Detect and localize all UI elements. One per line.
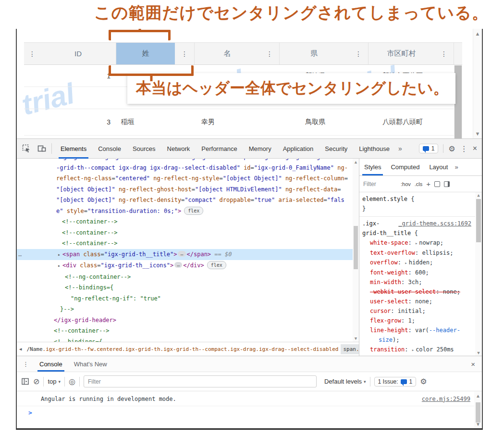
elements-code-line[interactable]: }-->: [17, 304, 359, 315]
console-filter-input[interactable]: [88, 378, 312, 385]
grid-scrollbar-thumb[interactable]: [455, 65, 462, 138]
live-expression-eye-icon[interactable]: ◎: [69, 377, 75, 386]
elements-code-line[interactable]: "igx-grid-th igx-grid-th--fw centered ig…: [17, 159, 359, 162]
breadcrumb-back-icon[interactable]: ◀: [17, 347, 24, 351]
elements-scrollbar-thumb[interactable]: [354, 226, 358, 269]
clear-console-icon[interactable]: ⊘: [33, 377, 39, 386]
elements-code-line[interactable]: <!--bindings={: [17, 282, 359, 293]
column-menu-icon[interactable]: ⋮: [24, 50, 40, 58]
style-rule[interactable]: .igx-_grid-theme.scss:1692grid-th__title…: [359, 217, 482, 356]
style-declaration[interactable]: -webkit-user-select: none;: [362, 287, 482, 297]
console-settings-icon[interactable]: ⚙: [420, 377, 427, 386]
inline-expand-button[interactable]: …: [174, 262, 182, 268]
style-declaration[interactable]: font-weight: 600;: [362, 268, 482, 277]
flex-badge[interactable]: flex: [207, 261, 226, 269]
elements-code-line[interactable]: </igx-grid-header>: [17, 315, 359, 326]
breadcrumb-item[interactable]: /Name.igx-grid-th--fw.centered.igx-grid-…: [24, 344, 341, 354]
column-menu-icon[interactable]: ⋮: [349, 50, 368, 58]
style-declaration[interactable]: cursor: initial;: [362, 306, 482, 316]
devtools-tab-network[interactable]: Network: [161, 139, 196, 159]
tab-whats-new[interactable]: What's New: [68, 356, 113, 372]
scroll-up-icon[interactable]: ▲: [473, 31, 482, 37]
styles-tab-computed[interactable]: Computed: [386, 159, 424, 175]
style-declaration[interactable]: white-space: ▸nowrap;: [362, 238, 482, 248]
console-filter[interactable]: [84, 375, 317, 387]
column-header-city[interactable]: 市区町村 ⋮: [369, 43, 454, 64]
style-declaration[interactable]: .igx-_grid-theme.scss:1692: [362, 219, 482, 228]
flex-badge[interactable]: flex: [184, 207, 203, 215]
styles-scrollbar[interactable]: ▲ ▼: [475, 192, 482, 356]
console-scrollbar[interactable]: ▲ ▼: [474, 392, 482, 428]
devtools-menu-icon[interactable]: ⋮: [460, 144, 468, 153]
elements-scrollbar[interactable]: ▲ ▼: [353, 159, 359, 342]
elements-code-line[interactable]: <!--bindings={: [17, 336, 359, 342]
expand-arrow-icon[interactable]: ▸: [58, 263, 61, 268]
scroll-down-icon[interactable]: ▼: [474, 422, 482, 427]
console-issues-badge[interactable]: 1 Issue: 1: [374, 377, 417, 386]
console-prompt[interactable]: >: [17, 406, 482, 419]
more-tabs-icon[interactable]: »: [395, 145, 405, 152]
style-declaration[interactable]: min-width: 3ch;: [362, 277, 482, 287]
elements-selected-node[interactable]: …▸<span class="igx-grid-th__title">…</sp…: [17, 249, 359, 261]
expand-arrow-icon[interactable]: ▸: [58, 252, 61, 257]
settings-icon[interactable]: ⚙: [448, 144, 455, 153]
scroll-up-icon[interactable]: ▲: [474, 393, 482, 399]
column-menu-icon[interactable]: ⋮: [434, 50, 454, 58]
column-header-pref[interactable]: 県 ⋮: [280, 43, 369, 64]
elements-code-line[interactable]: reflect-ng-class="centered" ng-reflect-n…: [17, 173, 359, 184]
style-declaration[interactable]: user-select: none;: [362, 297, 482, 306]
style-rule[interactable]: element.style {}: [359, 192, 482, 217]
more-actions-gutter[interactable]: …: [18, 249, 22, 260]
drawer-menu-icon[interactable]: ⋮: [17, 356, 34, 372]
styles-scrollbar-thumb[interactable]: [476, 199, 481, 242]
pseudo-state-toggle[interactable]: :hov: [401, 181, 411, 187]
column-menu-icon[interactable]: ⋮: [260, 50, 279, 58]
elements-code-line[interactable]: ▸<div class="igx-grid-th__icons">…</div>…: [17, 260, 359, 272]
class-toggle[interactable]: .cls: [415, 181, 423, 187]
styles-rules[interactable]: element.style {}.igx-_grid-theme.scss:16…: [359, 192, 482, 356]
column-header-mei[interactable]: 名 ⋮: [195, 43, 280, 64]
scroll-down-icon[interactable]: ▼: [353, 336, 359, 341]
new-style-rule-icon[interactable]: +: [426, 180, 430, 188]
elements-code-line[interactable]: "[object Object]" ng-reflect-density="co…: [17, 195, 359, 206]
console-scrollbar-thumb[interactable]: [476, 402, 480, 423]
style-declaration[interactable]: }: [362, 204, 482, 213]
styles-filter-input[interactable]: [363, 181, 397, 187]
console-log-area[interactable]: Angular is running in development mode. …: [17, 392, 482, 428]
elements-code-line[interactable]: "[object Object]" ng-reflect-ghost-host=…: [17, 184, 359, 195]
sidebar-layout-icon[interactable]: [444, 181, 450, 187]
table-row[interactable]: 3 稲垣 幸男 鳥取県 八頭郡八頭町: [24, 109, 454, 136]
breadcrumb-item-selected[interactable]: span.igx-grid-th__title: [341, 344, 359, 354]
style-declaration[interactable]: grid-th__title {: [362, 228, 482, 238]
page-scrollbar[interactable]: ▲ ▼: [473, 29, 482, 138]
more-tabs-icon[interactable]: »: [453, 159, 460, 175]
elements-code-line[interactable]: -grid-th--compact igx-drag igx-drag--sel…: [17, 162, 359, 174]
scroll-up-icon[interactable]: ▲: [353, 160, 359, 164]
elements-code-line[interactable]: <!--container-->: [17, 227, 359, 238]
column-header-id[interactable]: ⋮ ID: [24, 43, 116, 64]
elements-code-line[interactable]: <!--container-->: [17, 238, 359, 249]
context-selector[interactable]: top▾: [48, 378, 61, 385]
color-format-icon[interactable]: [434, 181, 440, 187]
inline-expand-button[interactable]: …: [178, 251, 185, 257]
style-declaration[interactable]: overflow: ▸hidden;: [362, 258, 482, 268]
style-declaration[interactable]: transition: ▸color 250ms: [362, 345, 482, 355]
issues-badge[interactable]: 1: [419, 144, 439, 153]
stylesheet-source-link[interactable]: _grid-theme.scss:1692: [398, 219, 471, 228]
devtools-tab-application[interactable]: Application: [277, 139, 320, 159]
styles-tab-layout[interactable]: Layout: [424, 159, 453, 175]
devtools-tab-lighthouse[interactable]: Lighthouse: [353, 139, 395, 159]
elements-code-line[interactable]: <!--ng-container-->: [17, 272, 359, 283]
elements-code-line[interactable]: <!--container-->: [17, 325, 359, 336]
style-declaration[interactable]: text-overflow: ellipsis;: [362, 248, 482, 258]
log-levels-selector[interactable]: Default levels▾: [324, 378, 366, 385]
style-declaration[interactable]: size);: [362, 335, 482, 345]
column-menu-icon[interactable]: ⋮: [175, 50, 194, 58]
console-source-link[interactable]: core.mjs:25499: [422, 396, 470, 402]
style-declaration[interactable]: element.style {: [362, 194, 482, 204]
scroll-down-icon[interactable]: ▼: [473, 131, 482, 137]
style-declaration[interactable]: flex-grow: 1;: [362, 316, 482, 325]
devtools-tab-console[interactable]: Console: [92, 139, 127, 159]
style-declaration[interactable]: line-height: var(--header-: [362, 325, 482, 335]
scroll-up-icon[interactable]: ▲: [475, 193, 482, 198]
